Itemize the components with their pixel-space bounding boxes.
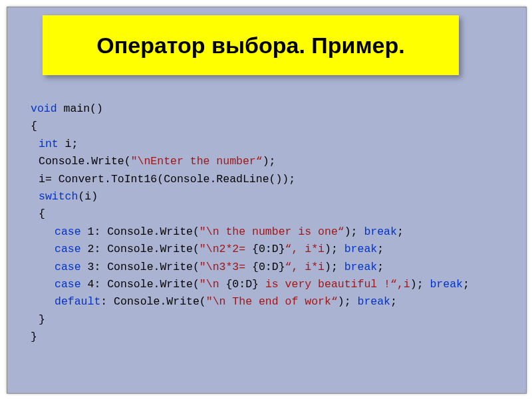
text: ;	[463, 278, 469, 291]
quote: "	[200, 261, 206, 273]
keyword-break: break	[358, 295, 391, 308]
text: 3: Console.Write(	[81, 261, 200, 273]
quote: "	[200, 243, 206, 255]
text: ;	[390, 295, 397, 308]
string-body: \n2*2=	[206, 243, 252, 255]
slide-title: Оператор выбора. Пример.	[96, 33, 404, 59]
text: );	[338, 295, 358, 308]
text: );	[344, 225, 364, 238]
string-body: \n the number is one“	[206, 225, 344, 238]
text: main()	[57, 102, 103, 115]
text: 1: Console.Write(	[81, 225, 200, 238]
string: "\n the number is one“	[200, 225, 344, 238]
code-line: switch(i)	[31, 188, 509, 205]
text: i;	[59, 138, 78, 150]
keyword-int: int	[39, 138, 59, 150]
code-line: case 4: Console.Write("\n {0:D} is very …	[31, 276, 509, 293]
brace: {	[31, 120, 37, 132]
code-line: int i;	[31, 136, 509, 153]
string: "\n The end of work“	[206, 295, 338, 308]
string: "\n	[200, 278, 226, 291]
text: );	[410, 278, 430, 291]
code-line: {	[31, 118, 509, 135]
string: “, i*i	[285, 261, 325, 273]
code-line: Console.Write("\nEnter the number“);	[31, 153, 509, 170]
keyword-break: break	[344, 261, 378, 273]
string-body: \n	[206, 278, 226, 291]
code-line: }	[31, 329, 509, 346]
string-body: \n3*3=	[206, 261, 252, 273]
code-line: default: Console.Write("\n The end of wo…	[31, 293, 509, 311]
text: i= Convert.ToInt16(Console.ReadLine());	[39, 173, 295, 186]
code-block: void main() { int i; Console.Write("\nEn…	[31, 100, 509, 346]
quote: "	[200, 278, 206, 291]
keyword-break: break	[344, 243, 378, 255]
quote: "	[131, 155, 138, 168]
keyword-switch: switch	[39, 190, 78, 203]
keyword-case: case	[55, 225, 81, 238]
keyword-case: case	[55, 243, 81, 255]
text: {0:D}	[252, 243, 285, 255]
string: “, i*i	[285, 243, 325, 255]
brace: }	[31, 331, 37, 343]
keyword-default: default	[55, 295, 100, 308]
keyword-case: case	[55, 261, 81, 273]
text: ;	[397, 225, 404, 238]
quote: "	[200, 225, 206, 238]
code-line: }	[31, 311, 509, 329]
code-line: {	[31, 205, 509, 223]
string-body: \nEnter the number“	[138, 155, 263, 168]
string: is very beautiful !“,i	[259, 278, 410, 291]
text: );	[325, 243, 344, 255]
text: {0:D}	[252, 261, 285, 273]
string-body: \n The end of work“	[213, 295, 338, 308]
keyword-void: void	[31, 102, 57, 115]
title-box: Оператор выбора. Пример.	[43, 15, 459, 75]
string: "\n2*2=	[200, 243, 252, 255]
text: Console.Write(	[39, 155, 131, 168]
text: 4: Console.Write(	[81, 278, 200, 291]
keyword-break: break	[430, 278, 463, 291]
text: 2: Console.Write(	[81, 243, 200, 255]
text: );	[263, 155, 276, 168]
text: );	[325, 261, 344, 273]
brace: }	[39, 313, 45, 326]
text: ;	[377, 243, 384, 255]
text: (i)	[78, 190, 98, 203]
keyword-break: break	[364, 225, 397, 238]
string: "\n3*3=	[200, 261, 252, 273]
text: {0:D}	[225, 278, 259, 291]
code-line: void main()	[31, 100, 509, 118]
keyword-case: case	[55, 278, 81, 291]
brace: {	[39, 207, 45, 220]
code-line: case 1: Console.Write("\n the number is …	[31, 223, 509, 241]
text: : Console.Write(	[100, 295, 205, 308]
code-line: i= Convert.ToInt16(Console.ReadLine());	[31, 171, 509, 188]
quote: "	[206, 295, 213, 308]
code-line: case 3: Console.Write("\n3*3= {0:D}“, i*…	[31, 259, 509, 276]
text: ;	[377, 261, 384, 273]
code-line: case 2: Console.Write("\n2*2= {0:D}“, i*…	[31, 241, 509, 258]
slide: Оператор выбора. Пример. void main() { i…	[7, 7, 527, 394]
string: "\nEnter the number“	[131, 155, 263, 168]
